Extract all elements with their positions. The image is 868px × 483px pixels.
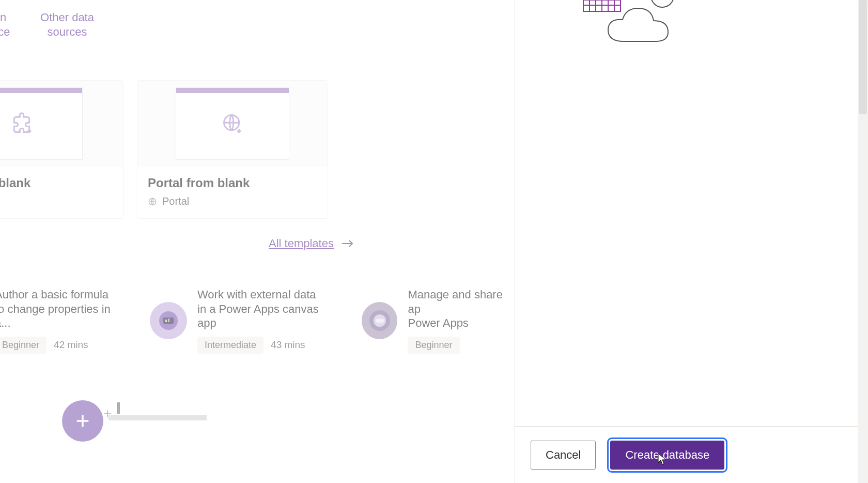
scrollbar-thumb[interactable]: [859, 0, 867, 114]
text-cursor-icon: [117, 402, 120, 414]
learning-title: Author a basic formula to change propert…: [0, 288, 119, 330]
svg-rect-5: [165, 320, 167, 322]
add-fab-button[interactable]: [62, 400, 103, 442]
globe-plus-icon: [221, 112, 244, 135]
tile-other-data-sources[interactable]: Other data sources: [35, 0, 99, 39]
card-thumbnail: [0, 81, 123, 167]
plus-icon: [74, 412, 91, 430]
learning-card[interactable]: Work with external data in a Power Apps …: [150, 290, 346, 352]
learning-badge-icon: [362, 302, 397, 339]
arrow-right-icon: [341, 238, 354, 249]
duration-text: 43 mins: [271, 339, 305, 351]
level-pill: Beginner: [0, 337, 47, 354]
tile-label: Other data sources: [40, 10, 94, 39]
learning-badge-icon: [150, 302, 187, 339]
level-pill: Beginner: [408, 337, 459, 354]
learning-card[interactable]: Author a basic formula to change propert…: [0, 290, 124, 352]
svg-point-19: [651, 0, 674, 7]
card-title: Portal from blank: [148, 176, 317, 190]
tile-label: on vice: [0, 10, 10, 39]
button-label: Create database: [625, 448, 709, 462]
template-card-portal[interactable]: Portal from blank Portal: [137, 80, 328, 219]
input-underline: [109, 415, 207, 420]
svg-rect-6: [168, 319, 169, 322]
level-pill: Intermediate: [197, 337, 264, 354]
main-content-scrim: on vice Other data sources n app from bl…: [0, 0, 515, 483]
globe-icon: [148, 197, 157, 206]
card-thumbnail: [137, 81, 328, 167]
create-database-button[interactable]: Create database: [610, 441, 724, 470]
link-text: All templates: [269, 237, 334, 250]
cancel-button[interactable]: Cancel: [531, 441, 596, 470]
duration-text: 42 mins: [54, 339, 88, 351]
learning-title: Manage and share ap Power Apps: [408, 288, 515, 330]
card-title: n app from blank: [0, 176, 113, 190]
data-cloud-illustration: [582, 0, 686, 59]
tile-on-service[interactable]: on vice: [0, 0, 31, 39]
learning-card[interactable]: Manage and share ap Power Apps Beginner: [362, 290, 515, 352]
template-card-blank-app[interactable]: n app from blank en app: [0, 80, 123, 219]
card-subtitle: Portal: [162, 195, 189, 207]
all-templates-link[interactable]: All templates: [269, 237, 354, 250]
create-database-panel: Cancel Create database: [515, 0, 868, 483]
learning-title: Work with external data in a Power Apps …: [197, 288, 321, 330]
vertical-scrollbar[interactable]: [858, 0, 868, 483]
svg-rect-9: [376, 319, 384, 323]
panel-footer: Cancel Create database: [515, 426, 868, 483]
puzzle-plus-icon: [10, 112, 33, 135]
